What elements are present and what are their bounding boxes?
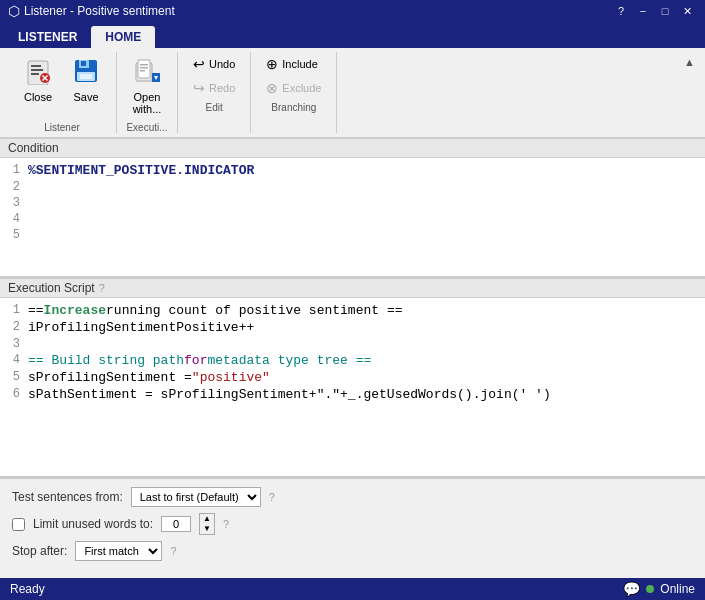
execution-group-label: Executi... <box>126 122 167 133</box>
stop-after-row: Stop after: First match All matches ? <box>12 541 693 561</box>
save-button[interactable]: Save <box>64 52 108 108</box>
exec-line-num-5: 5 <box>0 370 28 384</box>
condition-section-label: Condition <box>0 138 705 158</box>
exec-line-1: 1 == Increase running count of positive … <box>0 302 705 319</box>
ribbon-tabs: LISTENER HOME <box>0 22 705 48</box>
svg-rect-9 <box>81 61 86 66</box>
line-number-2: 2 <box>0 180 28 194</box>
redo-icon: ↪ <box>193 80 205 96</box>
stop-after-label: Stop after: <box>12 544 67 558</box>
redo-button[interactable]: ↪ Redo <box>186 76 242 100</box>
svg-rect-14 <box>140 64 148 66</box>
spinner-down-button[interactable]: ▼ <box>200 524 214 534</box>
app-icon: ⬡ <box>8 3 20 19</box>
bottom-controls: Test sentences from: Last to first (Defa… <box>0 478 705 569</box>
svg-rect-2 <box>31 69 43 71</box>
limit-words-checkbox[interactable] <box>12 518 25 531</box>
listener-group-label: Listener <box>44 122 80 133</box>
stop-after-select[interactable]: First match All matches <box>75 541 162 561</box>
condition-code-1: %SENTIMENT_POSITIVE.INDICATOR <box>28 163 254 178</box>
condition-line-1: 1 %SENTIMENT_POSITIVE.INDICATOR <box>0 162 705 179</box>
exec-line-3: 3 <box>0 336 705 352</box>
condition-line-4: 4 <box>0 211 705 227</box>
execution-script-text: Execution Script <box>8 281 95 295</box>
condition-area[interactable]: 1 %SENTIMENT_POSITIVE.INDICATOR 2 3 4 5 <box>0 158 705 278</box>
tab-listener[interactable]: LISTENER <box>4 26 91 48</box>
test-sentences-help-icon[interactable]: ? <box>269 491 275 503</box>
exec-line-4: 4 == Build string path for metadata type… <box>0 352 705 369</box>
close-label: Close <box>24 91 52 103</box>
open-with-label: Open with... <box>133 91 162 115</box>
exec-line-5: 5 sProfilingSentiment = "positive" <box>0 369 705 386</box>
limit-words-input[interactable] <box>161 516 191 532</box>
open-with-button[interactable]: Open with... <box>125 52 169 120</box>
svg-rect-11 <box>80 74 92 79</box>
exec-line-2: 2 iProfilingSentimentPositive++ <box>0 319 705 336</box>
save-icon <box>72 57 100 89</box>
exec-line-num-1: 1 <box>0 303 28 317</box>
branching-group-label: Branching <box>271 102 316 113</box>
svg-rect-15 <box>140 67 148 69</box>
undo-button[interactable]: ↩ Undo <box>186 52 242 76</box>
limit-words-row: Limit unused words to: ▲ ▼ ? <box>12 513 693 535</box>
ribbon-group-edit: ↩ Undo ↪ Redo Edit <box>178 52 251 133</box>
svg-rect-1 <box>31 65 41 67</box>
svg-rect-13 <box>138 60 150 78</box>
exclude-icon: ⊗ <box>266 80 278 96</box>
close-button[interactable]: Close <box>16 52 60 108</box>
save-label: Save <box>73 91 98 103</box>
stop-after-help-icon[interactable]: ? <box>170 545 176 557</box>
condition-line-5: 5 <box>0 227 705 243</box>
include-button[interactable]: ⊕ Include <box>259 52 328 76</box>
exec-help-icon[interactable]: ? <box>99 282 105 294</box>
edit-group-label: Edit <box>206 102 223 113</box>
test-sentences-select[interactable]: Last to first (Default) First to last <box>131 487 261 507</box>
title-bar: ⬡ Listener - Positive sentiment ? − □ ✕ <box>0 0 705 22</box>
test-sentences-label: Test sentences from: <box>12 490 123 504</box>
help-button[interactable]: ? <box>611 1 631 21</box>
undo-label: Undo <box>209 58 235 70</box>
ribbon-bar: Close Save Listene <box>0 48 705 138</box>
execution-script-label: Execution Script ? <box>0 278 705 298</box>
line-number-4: 4 <box>0 212 28 226</box>
undo-icon: ↩ <box>193 56 205 72</box>
limit-help-icon[interactable]: ? <box>223 518 229 530</box>
status-bar: Ready 💬 Online <box>0 578 705 600</box>
test-sentences-row: Test sentences from: Last to first (Defa… <box>12 487 693 507</box>
ribbon-group-listener: Close Save Listene <box>8 52 117 133</box>
line-number-1: 1 <box>0 163 28 177</box>
exec-line-num-4: 4 <box>0 353 28 367</box>
include-icon: ⊕ <box>266 56 278 72</box>
minimize-button[interactable]: − <box>633 1 653 21</box>
exclude-button[interactable]: ⊗ Exclude <box>259 76 328 100</box>
online-indicator <box>646 585 654 593</box>
close-icon <box>24 57 52 89</box>
tab-home[interactable]: HOME <box>91 26 155 48</box>
exec-line-num-2: 2 <box>0 320 28 334</box>
limit-words-label: Limit unused words to: <box>33 517 153 531</box>
open-with-icon <box>133 57 161 89</box>
line-number-3: 3 <box>0 196 28 210</box>
exclude-label: Exclude <box>282 82 321 94</box>
spinner-up-button[interactable]: ▲ <box>200 514 214 524</box>
maximize-button[interactable]: □ <box>655 1 675 21</box>
condition-line-2: 2 <box>0 179 705 195</box>
exec-line-num-6: 6 <box>0 387 28 401</box>
chat-icon[interactable]: 💬 <box>623 581 640 597</box>
condition-line-3: 3 <box>0 195 705 211</box>
title-bar-text: Listener - Positive sentiment <box>24 4 175 18</box>
limit-spinner: ▲ ▼ <box>199 513 215 535</box>
execution-script-area[interactable]: 1 == Increase running count of positive … <box>0 298 705 478</box>
ribbon-expand-icon[interactable]: ▲ <box>684 56 695 68</box>
redo-label: Redo <box>209 82 235 94</box>
ribbon-group-execution: Open with... Executi... <box>117 52 178 133</box>
ribbon-group-branching: ⊕ Include ⊗ Exclude Branching <box>251 52 337 133</box>
online-label: Online <box>660 582 695 596</box>
status-text: Ready <box>10 582 45 596</box>
svg-rect-16 <box>140 70 145 72</box>
exec-line-6: 6 sPathSentiment = sProfilingSentiment+"… <box>0 386 705 403</box>
line-number-5: 5 <box>0 228 28 242</box>
include-label: Include <box>282 58 317 70</box>
close-window-button[interactable]: ✕ <box>677 1 697 21</box>
exec-line-num-3: 3 <box>0 337 28 351</box>
